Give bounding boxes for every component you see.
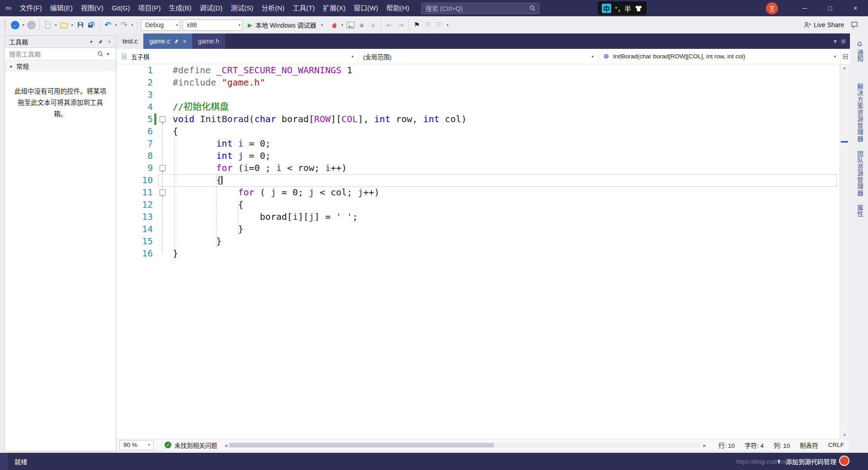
gear-icon[interactable]: [840, 38, 846, 44]
next-bookmark-button[interactable]: ⚐: [434, 19, 445, 31]
tab-test-c[interactable]: test.c: [117, 33, 143, 49]
close-button[interactable]: ×: [843, 0, 868, 16]
new-file-dropdown[interactable]: ▾: [53, 23, 58, 27]
menu-item-13[interactable]: 帮助(H): [382, 0, 414, 16]
previous-bookmark-button[interactable]: ⚐: [423, 19, 434, 31]
breakpoint-margin[interactable]: [117, 76, 126, 89]
feedback-button[interactable]: [849, 19, 860, 31]
pin-icon[interactable]: [174, 38, 179, 44]
save-button[interactable]: [75, 19, 86, 31]
code-line-6[interactable]: 6{: [117, 125, 840, 138]
pin-icon[interactable]: [96, 37, 105, 46]
status-char-number[interactable]: 字符: 4: [740, 441, 769, 450]
menu-item-5[interactable]: 项目(P): [134, 0, 165, 16]
minimize-button[interactable]: ─: [792, 0, 817, 16]
code-line-2[interactable]: 2#include "game.h": [117, 76, 840, 89]
sidebar-tab-solution-explorer[interactable]: 解决方案资源管理器: [855, 79, 864, 147]
error-list-button[interactable]: ≡: [356, 19, 368, 31]
code-line-3[interactable]: 3: [117, 89, 840, 101]
start-debugging-button[interactable]: ▶ 本地 Windows 调试器 ▾: [244, 19, 329, 31]
menu-item-1[interactable]: 文件(F): [16, 0, 46, 16]
code-line-7[interactable]: 7 int i = 0;: [117, 138, 840, 150]
maximize-button[interactable]: □: [817, 0, 843, 16]
undo-button[interactable]: ↶: [102, 19, 113, 31]
vertical-scrollbar[interactable]: ▲ ▼: [840, 64, 849, 439]
sidebar-tab-properties[interactable]: 属性: [855, 200, 864, 222]
new-file-button[interactable]: [42, 19, 53, 31]
code-line-9[interactable]: 9− for (i=0 ; i < row; i++): [117, 162, 840, 174]
tab-game-c[interactable]: game.c ×: [143, 33, 192, 49]
output-button[interactable]: ≡: [368, 19, 379, 31]
menu-item-7[interactable]: 调试(D): [196, 0, 227, 16]
breakpoint-margin[interactable]: [117, 101, 126, 113]
toolbox-search-input[interactable]: 搜索工具箱 ▾: [5, 48, 116, 60]
status-line-number[interactable]: 行: 10: [713, 441, 740, 450]
status-tabs-mode[interactable]: 制表符: [795, 441, 823, 450]
menu-item-8[interactable]: 测试(S): [226, 0, 257, 16]
ime-toolbar[interactable]: 中 °，半: [598, 1, 646, 15]
breakpoint-margin[interactable]: [117, 199, 126, 211]
toolbox-options-dropdown[interactable]: ▾: [87, 37, 96, 46]
breakpoint-margin[interactable]: [117, 89, 126, 101]
toolbox-section-general[interactable]: ▲ 常规: [5, 60, 116, 71]
breakpoint-margin[interactable]: [117, 174, 126, 186]
close-icon[interactable]: ×: [183, 38, 186, 45]
code-line-4[interactable]: 4//初始化棋盘: [117, 101, 840, 113]
add-to-source-control-button[interactable]: 添加到源代码管理: [776, 457, 836, 466]
fold-toggle[interactable]: −: [160, 190, 165, 195]
navigate-back-dropdown[interactable]: ▾: [21, 23, 26, 27]
quick-launch-search[interactable]: 搜索 (Ctrl+Q): [421, 3, 540, 14]
menu-item-3[interactable]: 视图(V): [77, 0, 108, 16]
code-line-12[interactable]: 12 {: [117, 199, 840, 211]
breakpoint-margin[interactable]: [117, 125, 126, 138]
menu-item-11[interactable]: 扩展(X): [319, 0, 349, 16]
live-share-button[interactable]: Live Share: [804, 21, 844, 28]
document-list-dropdown[interactable]: ▾: [834, 38, 837, 45]
hot-reload-dropdown[interactable]: ▾: [340, 23, 345, 27]
breakpoint-margin[interactable]: [117, 186, 126, 199]
breakpoint-margin[interactable]: [117, 162, 126, 174]
scroll-thumb[interactable]: [229, 443, 494, 447]
hot-reload-button[interactable]: [329, 19, 340, 31]
open-file-button[interactable]: [58, 19, 70, 31]
ime-language-indicator[interactable]: 中: [602, 4, 611, 13]
toggle-bookmark-button[interactable]: ⚑: [411, 19, 423, 31]
menu-item-6[interactable]: 生成(B): [165, 0, 196, 16]
breakpoint-margin[interactable]: [117, 64, 126, 76]
status-line-ending[interactable]: CRLF: [823, 442, 849, 448]
solution-configurations-dropdown[interactable]: Debug ▾: [141, 19, 180, 31]
fold-toggle[interactable]: −: [160, 116, 165, 122]
redo-dropdown[interactable]: ▾: [130, 23, 135, 27]
horizontal-scrollbar[interactable]: ◂ ▸: [225, 439, 707, 451]
sidebar-tab-team-explorer[interactable]: 团队资源管理器: [855, 147, 864, 201]
scroll-left-arrow[interactable]: ◂: [225, 442, 228, 449]
toolbar-overflow-dropdown[interactable]: ▾: [445, 23, 450, 27]
save-all-button[interactable]: [86, 19, 97, 31]
close-icon[interactable]: ×: [105, 37, 114, 46]
breakpoint-margin[interactable]: [117, 138, 126, 150]
status-column-number[interactable]: 列: 10: [769, 441, 795, 450]
document-health-indicator[interactable]: ✓ 未找到相关问题: [165, 441, 217, 450]
menu-item-10[interactable]: 工具(T): [288, 0, 319, 16]
menu-item-2[interactable]: 编辑(E): [46, 0, 77, 16]
scroll-track[interactable]: [229, 442, 701, 448]
scroll-right-arrow[interactable]: ▸: [703, 442, 706, 449]
code-line-13[interactable]: 13 borad[i][j] = ' ';: [117, 211, 840, 223]
menu-item-4[interactable]: Git(G): [108, 0, 134, 16]
redo-button[interactable]: ↷: [118, 19, 130, 31]
breakpoint-margin[interactable]: [117, 247, 126, 260]
split-editor-button[interactable]: [841, 49, 850, 64]
code-line-10[interactable]: 10 {: [117, 174, 840, 186]
sidebar-tab-notifications[interactable]: 通知: [855, 37, 864, 66]
ime-mode-text[interactable]: °，半: [615, 4, 631, 13]
search-options-dropdown[interactable]: ▾: [104, 49, 113, 58]
scroll-down-arrow[interactable]: ▼: [840, 432, 849, 439]
code-line-11[interactable]: 11− for ( j = 0; j < col; j++): [117, 186, 840, 199]
image-watch-button[interactable]: [345, 19, 356, 31]
code-line-1[interactable]: 1#define _CRT_SECURE_NO_WARNINGS 1: [117, 64, 840, 76]
fold-toggle[interactable]: −: [160, 165, 165, 171]
code-line-5[interactable]: 5−void InitBorad(char borad[ROW][COL], i…: [117, 113, 840, 125]
member-dropdown[interactable]: InitBorad(char borad[ROW][COL], int row,…: [599, 49, 841, 64]
zoom-dropdown[interactable]: 90 % ▾: [119, 440, 154, 450]
navigate-back-button[interactable]: ←: [9, 19, 21, 31]
